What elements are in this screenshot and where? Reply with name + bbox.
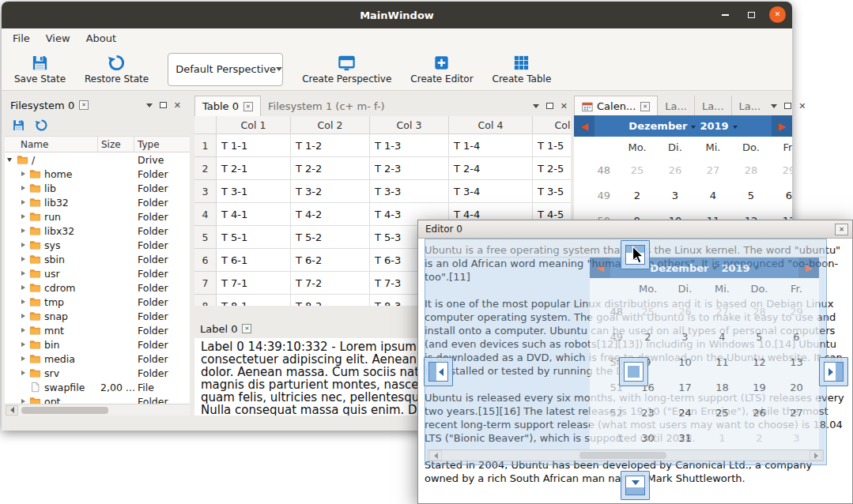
table-row-header[interactable]: 3 — [194, 180, 217, 203]
table-cell[interactable]: T 7-1 — [217, 272, 291, 295]
table-cell[interactable]: T 1-5 — [533, 134, 571, 157]
calendar-day[interactable]: 11 — [704, 356, 741, 368]
table-cell[interactable]: T 5-1 — [217, 226, 291, 249]
table-column-header[interactable]: Col 4 — [449, 116, 533, 134]
minimize-button[interactable] — [717, 6, 734, 23]
table-row-header[interactable]: 5 — [194, 226, 217, 249]
calendar-day[interactable]: 2 — [629, 331, 666, 343]
table-cell[interactable]: T 3-1 — [217, 180, 291, 203]
tree-row[interactable]: libx32Folder — [5, 224, 190, 238]
scroll-left-button[interactable] — [6, 405, 18, 416]
table-cell[interactable]: T 8-2 — [291, 295, 370, 306]
tab-la-[interactable]: La... — [694, 96, 731, 116]
drag-preview-scrollbar[interactable] — [428, 449, 824, 461]
tab-close-icon[interactable]: ✕ — [79, 100, 89, 110]
calendar-day[interactable]: 6 — [770, 190, 792, 201]
tree-row[interactable]: snapFolder — [5, 309, 190, 323]
calendar-day[interactable]: 29 — [770, 164, 792, 176]
calendar-year[interactable]: 2019 — [700, 120, 728, 132]
calendar-day[interactable]: 25 — [629, 306, 666, 318]
calendar-month[interactable]: Dezember — [650, 262, 708, 274]
table-cell[interactable]: T 3-3 — [370, 180, 449, 203]
calendar-day[interactable]: 13 — [778, 356, 815, 368]
calendar-day[interactable]: 4 — [704, 331, 741, 343]
table-row-header[interactable]: 6 — [194, 249, 217, 272]
table-row-header[interactable]: 2 — [194, 157, 217, 180]
tree-row[interactable]: lib32Folder — [5, 195, 190, 209]
filesystem-dock-titlebar[interactable]: Filesystem 0 ✕ ✕ — [5, 96, 190, 115]
table-cell[interactable]: T 2-2 — [291, 157, 370, 180]
table-cell[interactable]: T 2-3 — [370, 157, 449, 180]
table-cell[interactable]: T 8-1 — [217, 295, 291, 306]
table-row-header[interactable]: 7 — [194, 272, 217, 295]
table-cell[interactable]: T 3-4 — [449, 180, 533, 203]
drop-indicator-bottom[interactable] — [621, 471, 650, 500]
expander-right-icon[interactable] — [19, 284, 28, 291]
tree-row[interactable]: mntFolder — [5, 323, 190, 337]
table-cell[interactable]: T 5-2 — [291, 226, 370, 249]
table-cell[interactable]: T 6-1 — [217, 249, 291, 272]
table-column-header[interactable]: Col 5 — [533, 116, 571, 134]
calendar-year[interactable]: 2019 — [721, 262, 749, 274]
create-table-button[interactable]: Create Table — [485, 50, 560, 89]
tree-column-header[interactable]: Size — [98, 137, 134, 152]
calendar-next-button[interactable]: ▶ — [798, 258, 819, 278]
tree-row[interactable]: tmpFolder — [5, 295, 190, 309]
expander-right-icon[interactable] — [19, 269, 28, 277]
calendar-day[interactable]: 28 — [732, 164, 770, 176]
expander-right-icon[interactable] — [19, 397, 28, 404]
tab-close-icon[interactable]: ✕ — [243, 102, 253, 111]
float-icon[interactable] — [546, 103, 553, 109]
calendar-day[interactable]: 4 — [694, 190, 732, 201]
expander-right-icon[interactable] — [19, 184, 28, 192]
tree-row[interactable]: mediaFolder — [5, 352, 190, 366]
tab-close-icon[interactable]: ✕ — [242, 324, 251, 333]
float-icon[interactable] — [160, 102, 167, 108]
expander-right-icon[interactable] — [19, 298, 28, 306]
perspective-select[interactable]: Default Perspective — [168, 53, 283, 86]
calendar-day[interactable]: 5 — [732, 190, 770, 201]
tree-row[interactable]: homeFolder — [5, 167, 190, 181]
calendar-day[interactable]: 29 — [778, 306, 815, 318]
tree-column-header[interactable]: Name — [5, 137, 98, 152]
tree-row[interactable]: usrFolder — [5, 266, 190, 280]
tree-row[interactable]: srvFolder — [5, 366, 190, 380]
tree-row[interactable]: sysFolder — [5, 238, 190, 252]
tree-row[interactable]: binFolder — [5, 337, 190, 352]
table-column-header[interactable]: Col 1 — [217, 116, 291, 134]
maximize-button[interactable] — [743, 6, 760, 23]
tab-filesystem-1-c-m-f-[interactable]: Filesystem 1 (c+ m- f-) — [261, 96, 392, 116]
expander-right-icon[interactable] — [19, 198, 28, 206]
table-cell[interactable]: T 2-4 — [449, 157, 533, 180]
calendar-day[interactable]: 31 — [666, 432, 704, 444]
calendar-day[interactable]: 19 — [741, 382, 778, 393]
table-cell[interactable]: T 1-1 — [217, 134, 291, 157]
menu-item-about[interactable]: About — [78, 29, 124, 47]
tab-table-0[interactable]: Table 0✕ — [194, 96, 261, 116]
table-cell[interactable]: T 6-2 — [291, 249, 370, 272]
expander-down-icon[interactable] — [6, 156, 15, 164]
calendar-day[interactable]: 20 — [778, 382, 815, 393]
calendar-prev-button[interactable]: ◀ — [590, 258, 610, 278]
dock-menu-icon[interactable] — [533, 104, 539, 108]
calendar-day[interactable]: 27 — [778, 407, 815, 419]
tab-close-icon[interactable]: ✕ — [640, 102, 650, 111]
drop-indicator-left[interactable] — [424, 357, 453, 386]
expander-right-icon[interactable] — [19, 355, 28, 363]
editor-close-button[interactable]: ✕ — [835, 224, 848, 235]
calendar-day[interactable]: 17 — [666, 382, 704, 393]
calendar-day[interactable]: 27 — [694, 164, 732, 176]
table-cell[interactable]: T 3-2 — [291, 180, 370, 203]
calendar-day[interactable]: 3 — [656, 190, 694, 201]
table-column-header[interactable]: Col 3 — [370, 116, 449, 134]
table-cell[interactable]: T 4-2 — [291, 203, 370, 226]
tree-column-header[interactable]: Type — [134, 137, 190, 152]
save-button[interactable] — [12, 118, 25, 132]
restore-state-button[interactable]: Restore State — [77, 50, 157, 89]
calendar-month[interactable]: Dezember — [628, 120, 687, 132]
create-editor-button[interactable]: Create Editor — [402, 50, 481, 89]
scrollbar-thumb[interactable] — [579, 452, 666, 459]
calendar-day[interactable]: 30 — [629, 432, 666, 444]
scrollbar-thumb[interactable] — [21, 407, 108, 414]
calendar-day[interactable]: 23 — [629, 407, 666, 419]
